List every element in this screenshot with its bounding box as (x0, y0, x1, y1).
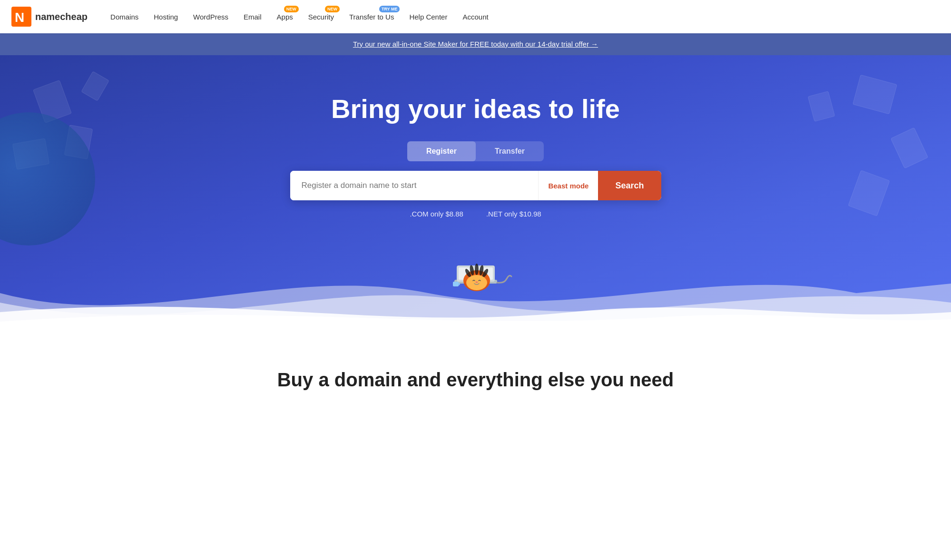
nav-item-security[interactable]: Security NEW (301, 0, 342, 33)
promo-link[interactable]: Try our new all-in-one Site Maker for FR… (353, 40, 598, 48)
com-price-hint: .COM only $8.88 (410, 210, 463, 218)
svg-point-8 (475, 264, 479, 275)
logo-icon: N (11, 7, 31, 27)
bottom-title: Buy a domain and everything else you nee… (10, 369, 941, 391)
tab-transfer[interactable]: Transfer (476, 141, 544, 161)
search-bar: Beast mode Search (290, 171, 661, 200)
nav-item-wordpress[interactable]: WordPress (186, 0, 236, 33)
domain-search-input[interactable] (290, 171, 539, 200)
deco-shape-5 (853, 75, 897, 114)
nav-item-domains[interactable]: Domains (103, 0, 146, 33)
logo-text: namecheap (35, 11, 88, 22)
hero-title: Bring your ideas to life (331, 93, 620, 124)
deco-shape-6 (891, 128, 928, 169)
logo[interactable]: N namecheap (11, 7, 88, 27)
svg-point-12 (475, 282, 478, 283)
nav-item-help[interactable]: Help Center (402, 0, 455, 33)
nav-item-apps[interactable]: Apps NEW (269, 0, 301, 33)
transfer-tryme-badge: TRY ME (379, 6, 400, 12)
tab-toggle: Register Transfer (407, 141, 544, 161)
bottom-section: Buy a domain and everything else you nee… (0, 331, 951, 410)
svg-rect-13 (453, 282, 459, 286)
hero-section: Bring your ideas to life Register Transf… (0, 55, 951, 331)
deco-shape-3 (81, 71, 109, 101)
nav-item-transfer[interactable]: Transfer to Us TRY ME (342, 0, 402, 33)
net-price-hint: .NET only $10.98 (486, 210, 541, 218)
nav-item-hosting[interactable]: Hosting (146, 0, 186, 33)
nav-item-email[interactable]: Email (236, 0, 269, 33)
navbar: N namecheap Domains Hosting WordPress Em… (0, 0, 951, 33)
mascot-hedgehog (438, 246, 514, 303)
deco-shape-7 (848, 170, 890, 216)
promo-banner: Try our new all-in-one Site Maker for FR… (0, 33, 951, 55)
apps-new-badge: NEW (284, 6, 299, 12)
beast-mode-button[interactable]: Beast mode (538, 171, 598, 200)
com-extension[interactable]: .COM (410, 210, 428, 218)
security-new-badge: NEW (325, 6, 340, 12)
nav-item-account[interactable]: Account (455, 0, 496, 33)
net-extension[interactable]: .NET (486, 210, 502, 218)
tab-register[interactable]: Register (407, 141, 476, 161)
search-button[interactable]: Search (598, 171, 661, 200)
nav-items: Domains Hosting WordPress Email Apps NEW… (103, 0, 940, 33)
svg-text:N: N (15, 10, 24, 25)
price-hints: .COM only $8.88 .NET only $10.98 (410, 210, 541, 218)
deco-shape-8 (808, 91, 835, 122)
